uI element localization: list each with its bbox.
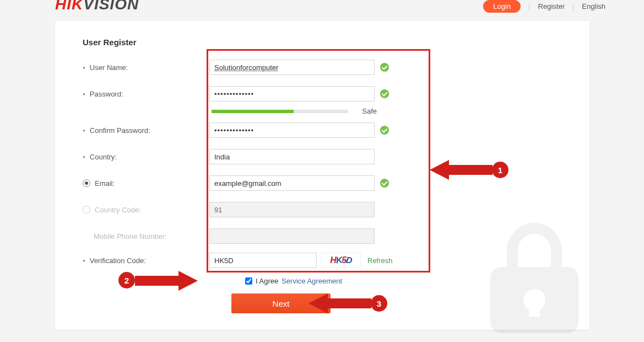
verification-label: ●Verification Code: — [83, 256, 209, 265]
email-radio[interactable] — [83, 179, 90, 187]
check-icon — [380, 63, 389, 72]
refresh-captcha-link[interactable]: Refresh — [367, 256, 393, 265]
lock-icon — [468, 212, 600, 342]
mobile-label: Mobile Phone Number: — [83, 232, 209, 241]
country-input[interactable] — [209, 149, 375, 164]
register-link[interactable]: Register — [538, 2, 565, 10]
agree-row: I Agree Service Agreement — [243, 276, 342, 286]
service-agreement-link[interactable]: Service Agreement — [282, 277, 342, 285]
mobile-input — [209, 228, 375, 244]
top-nav: Login | Register | English — [483, 0, 605, 13]
verification-input[interactable] — [209, 253, 317, 268]
username-label: ●User Name: — [83, 63, 209, 72]
login-button[interactable]: Login — [483, 0, 521, 13]
country-code-input — [209, 202, 375, 217]
email-input[interactable] — [209, 175, 375, 191]
agree-checkbox[interactable] — [245, 277, 252, 285]
brand-logo: HIKVISION — [55, 0, 139, 13]
password-label: ●Password: — [83, 90, 209, 98]
confirm-password-input[interactable] — [209, 122, 375, 138]
nav-separator: | — [572, 2, 574, 10]
country-code-label: Country Code: — [83, 206, 209, 214]
agree-label: I Agree — [256, 277, 278, 285]
email-label: Email: — [83, 179, 209, 188]
register-card: User Register ●User Name: ●Password: Saf… — [55, 21, 589, 330]
username-input[interactable] — [209, 60, 375, 75]
language-selector[interactable]: English — [582, 2, 605, 10]
page-title: User Register — [83, 38, 137, 47]
check-icon — [380, 126, 389, 135]
nav-separator: | — [528, 2, 530, 10]
check-icon — [380, 179, 389, 188]
password-input[interactable] — [209, 86, 375, 101]
mobile-radio[interactable] — [83, 206, 90, 213]
next-button[interactable]: Next — [231, 293, 331, 313]
confirm-password-label: ●Confirm Password: — [83, 126, 209, 135]
password-strength-bar: Safe — [212, 107, 377, 115]
captcha-image: HK5D — [321, 253, 361, 268]
check-icon — [380, 89, 389, 98]
password-strength-label: Safe — [355, 107, 377, 115]
country-label: ●Country: — [83, 153, 209, 161]
